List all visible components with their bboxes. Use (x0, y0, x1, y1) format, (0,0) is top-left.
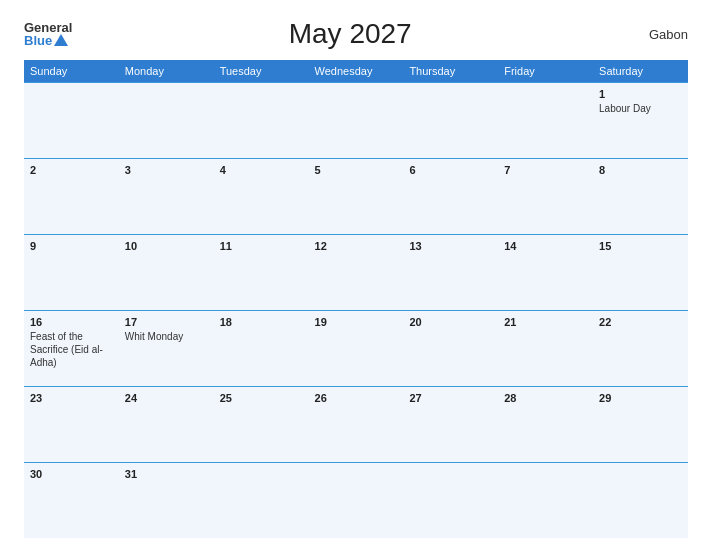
day-number: 14 (504, 240, 587, 252)
calendar-cell: 19 (309, 310, 404, 386)
logo-triangle-icon (54, 34, 68, 46)
calendar-cell (24, 83, 119, 159)
day-number: 25 (220, 392, 303, 404)
day-number: 1 (599, 88, 682, 100)
day-event: Feast of the Sacrifice (Eid al-Adha) (30, 330, 113, 369)
day-header-friday: Friday (498, 60, 593, 83)
calendar-table: SundayMondayTuesdayWednesdayThursdayFrid… (24, 60, 688, 538)
calendar-cell (309, 462, 404, 538)
day-number: 17 (125, 316, 208, 328)
day-number: 24 (125, 392, 208, 404)
day-number: 26 (315, 392, 398, 404)
day-number: 31 (125, 468, 208, 480)
day-number: 22 (599, 316, 682, 328)
day-number: 8 (599, 164, 682, 176)
calendar-cell (309, 83, 404, 159)
day-number: 27 (409, 392, 492, 404)
calendar-cell: 6 (403, 158, 498, 234)
header: General Blue May 2027 Gabon (24, 18, 688, 50)
calendar-cell: 2 (24, 158, 119, 234)
day-number: 20 (409, 316, 492, 328)
calendar-header: SundayMondayTuesdayWednesdayThursdayFrid… (24, 60, 688, 83)
day-number: 6 (409, 164, 492, 176)
calendar-cell: 24 (119, 386, 214, 462)
calendar-cell: 28 (498, 386, 593, 462)
calendar-cell: 4 (214, 158, 309, 234)
calendar-cell (498, 462, 593, 538)
day-number: 7 (504, 164, 587, 176)
week-row: 16Feast of the Sacrifice (Eid al-Adha)17… (24, 310, 688, 386)
calendar-cell: 23 (24, 386, 119, 462)
calendar-cell: 9 (24, 234, 119, 310)
day-header-tuesday: Tuesday (214, 60, 309, 83)
day-number: 19 (315, 316, 398, 328)
calendar-cell: 17Whit Monday (119, 310, 214, 386)
day-header-wednesday: Wednesday (309, 60, 404, 83)
calendar-body: 1Labour Day2345678910111213141516Feast o… (24, 83, 688, 539)
calendar-cell: 7 (498, 158, 593, 234)
day-header-thursday: Thursday (403, 60, 498, 83)
calendar-cell: 10 (119, 234, 214, 310)
day-header-sunday: Sunday (24, 60, 119, 83)
week-row: 2345678 (24, 158, 688, 234)
day-number: 18 (220, 316, 303, 328)
calendar-cell: 5 (309, 158, 404, 234)
calendar-cell (214, 83, 309, 159)
day-header-saturday: Saturday (593, 60, 688, 83)
calendar-cell (403, 83, 498, 159)
calendar-cell: 11 (214, 234, 309, 310)
calendar-cell: 12 (309, 234, 404, 310)
week-row: 1Labour Day (24, 83, 688, 159)
day-number: 30 (30, 468, 113, 480)
calendar-cell (403, 462, 498, 538)
calendar-cell: 25 (214, 386, 309, 462)
calendar-cell: 27 (403, 386, 498, 462)
day-number: 13 (409, 240, 492, 252)
calendar-cell: 20 (403, 310, 498, 386)
calendar-cell: 30 (24, 462, 119, 538)
day-number: 29 (599, 392, 682, 404)
day-number: 3 (125, 164, 208, 176)
days-header-row: SundayMondayTuesdayWednesdayThursdayFrid… (24, 60, 688, 83)
calendar-title: May 2027 (72, 18, 628, 50)
week-row: 9101112131415 (24, 234, 688, 310)
calendar-cell: 29 (593, 386, 688, 462)
calendar-cell: 16Feast of the Sacrifice (Eid al-Adha) (24, 310, 119, 386)
logo: General Blue (24, 21, 72, 47)
day-number: 16 (30, 316, 113, 328)
calendar-cell (498, 83, 593, 159)
calendar-cell: 31 (119, 462, 214, 538)
calendar-cell (214, 462, 309, 538)
day-number: 9 (30, 240, 113, 252)
calendar-cell: 15 (593, 234, 688, 310)
calendar-cell (593, 462, 688, 538)
day-number: 15 (599, 240, 682, 252)
page: General Blue May 2027 Gabon SundayMonday… (0, 0, 712, 550)
calendar-cell: 21 (498, 310, 593, 386)
calendar-cell: 14 (498, 234, 593, 310)
calendar-cell (119, 83, 214, 159)
week-row: 3031 (24, 462, 688, 538)
calendar-cell: 8 (593, 158, 688, 234)
day-number: 5 (315, 164, 398, 176)
day-number: 23 (30, 392, 113, 404)
country-name: Gabon (628, 27, 688, 42)
day-number: 21 (504, 316, 587, 328)
calendar-cell: 22 (593, 310, 688, 386)
calendar-cell: 3 (119, 158, 214, 234)
logo-blue-text: Blue (24, 34, 72, 47)
day-number: 10 (125, 240, 208, 252)
calendar-cell: 13 (403, 234, 498, 310)
day-number: 28 (504, 392, 587, 404)
day-event: Whit Monday (125, 330, 208, 343)
day-event: Labour Day (599, 102, 682, 115)
week-row: 23242526272829 (24, 386, 688, 462)
day-header-monday: Monday (119, 60, 214, 83)
day-number: 2 (30, 164, 113, 176)
day-number: 11 (220, 240, 303, 252)
calendar-cell: 1Labour Day (593, 83, 688, 159)
calendar-cell: 18 (214, 310, 309, 386)
day-number: 4 (220, 164, 303, 176)
calendar-cell: 26 (309, 386, 404, 462)
day-number: 12 (315, 240, 398, 252)
